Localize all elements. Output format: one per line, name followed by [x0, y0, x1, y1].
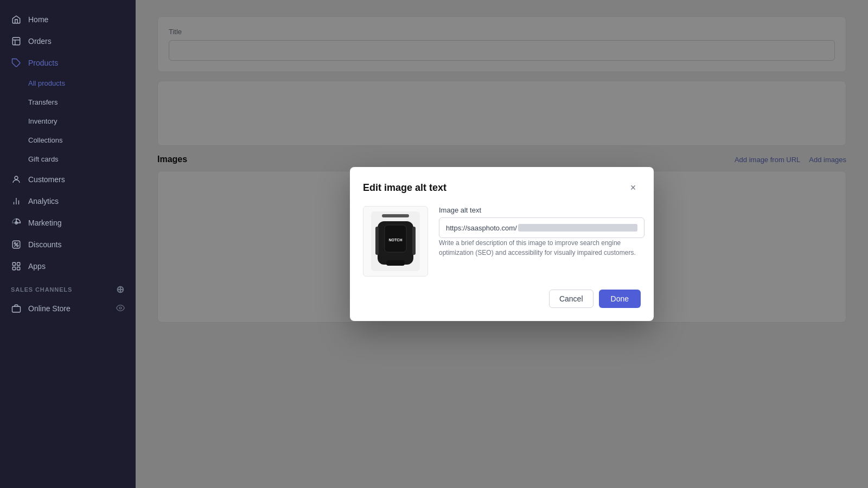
product-thumbnail: NOTCH — [363, 206, 428, 277]
sidebar-item-customers[interactable]: Customers — [0, 169, 136, 190]
url-visible-text: https://saasphoto.com/ — [446, 224, 517, 232]
svg-rect-13 — [12, 262, 15, 265]
sidebar-label-all-products: All products — [28, 79, 65, 87]
sidebar-label-transfers: Transfers — [28, 98, 58, 106]
sidebar-label-home: Home — [28, 15, 48, 24]
alt-text-input[interactable]: https://saasphoto.com/ — [439, 217, 644, 238]
sidebar-item-inventory[interactable]: Inventory — [0, 112, 136, 131]
svg-point-9 — [14, 242, 16, 244]
add-channel-icon[interactable]: ⊕ — [116, 284, 125, 296]
modal-body: NOTCH Image alt text https://saasphoto.c… — [363, 206, 641, 277]
sidebar-item-apps[interactable]: Apps — [0, 255, 136, 277]
svg-point-4 — [15, 176, 18, 179]
sidebar-label-apps: Apps — [28, 262, 46, 271]
modal-overlay[interactable]: Edit image alt text × NOTCH — [136, 0, 868, 488]
sidebar-label-products: Products — [28, 59, 58, 67]
svg-rect-14 — [17, 262, 20, 265]
sidebar-item-discounts[interactable]: Discounts — [0, 234, 136, 255]
svg-rect-34 — [386, 260, 405, 266]
cancel-button[interactable]: Cancel — [549, 290, 593, 308]
done-button[interactable]: Done — [599, 290, 641, 308]
svg-rect-32 — [375, 227, 379, 255]
svg-rect-16 — [17, 267, 20, 270]
svg-rect-33 — [412, 227, 416, 255]
modal-header: Edit image alt text × — [363, 180, 641, 195]
marketing-icon — [11, 217, 22, 228]
sidebar-label-customers: Customers — [28, 175, 65, 184]
main-area: Title Images Add image from URL Add imag… — [136, 0, 868, 488]
sidebar: Home Orders Products All products Transf… — [0, 0, 136, 488]
products-icon — [11, 57, 22, 68]
modal-close-button[interactable]: × — [626, 180, 641, 195]
svg-rect-17 — [12, 306, 21, 312]
modal-title: Edit image alt text — [363, 182, 446, 194]
sidebar-label-marketing: Marketing — [28, 219, 61, 227]
svg-rect-28 — [382, 214, 409, 217]
home-icon — [11, 14, 22, 25]
eye-icon — [116, 304, 125, 314]
sidebar-label-inventory: Inventory — [28, 117, 57, 125]
apps-icon — [11, 261, 22, 272]
sidebar-item-transfers[interactable]: Transfers — [0, 93, 136, 112]
thumb-backpack-svg: NOTCH — [371, 211, 420, 271]
sales-channels-section: SALES CHANNELS ⊕ — [0, 277, 136, 298]
image-alt-text-label: Image alt text — [439, 206, 644, 214]
sidebar-item-home[interactable]: Home — [0, 9, 136, 30]
sidebar-item-orders[interactable]: Orders — [0, 30, 136, 52]
svg-rect-15 — [12, 267, 15, 270]
sidebar-label-orders: Orders — [28, 37, 52, 46]
sidebar-label-collections: Collections — [28, 136, 63, 144]
url-blurred-part — [518, 224, 637, 232]
sidebar-item-gift-cards[interactable]: Gift cards — [0, 150, 136, 169]
sidebar-item-marketing[interactable]: Marketing — [0, 212, 136, 234]
svg-line-11 — [14, 242, 18, 247]
discounts-icon — [11, 239, 22, 250]
sidebar-item-analytics[interactable]: Analytics — [0, 190, 136, 212]
sidebar-label-discounts: Discounts — [28, 240, 61, 249]
modal-form: Image alt text https://saasphoto.com/ Wr… — [439, 206, 644, 277]
sidebar-label-online-store: Online Store — [28, 304, 71, 313]
orders-icon — [11, 36, 22, 47]
online-store-icon — [11, 303, 22, 314]
alt-text-hint: Write a brief description of this image … — [439, 238, 644, 258]
sales-channels-label: SALES CHANNELS — [11, 286, 72, 293]
sidebar-item-products[interactable]: Products — [0, 52, 136, 74]
analytics-icon — [11, 196, 22, 207]
sidebar-item-collections[interactable]: Collections — [0, 131, 136, 150]
edit-alt-text-modal: Edit image alt text × NOTCH — [350, 167, 654, 321]
sidebar-label-analytics: Analytics — [28, 197, 59, 206]
svg-rect-0 — [12, 37, 20, 45]
customers-icon — [11, 174, 22, 185]
svg-point-10 — [17, 245, 18, 247]
sidebar-item-all-products[interactable]: All products — [0, 74, 136, 93]
modal-footer: Cancel Done — [363, 290, 641, 308]
sidebar-label-gift-cards: Gift cards — [28, 155, 59, 163]
svg-text:NOTCH: NOTCH — [389, 238, 403, 242]
svg-point-18 — [119, 307, 122, 309]
sidebar-item-online-store[interactable]: Online Store — [0, 298, 136, 319]
